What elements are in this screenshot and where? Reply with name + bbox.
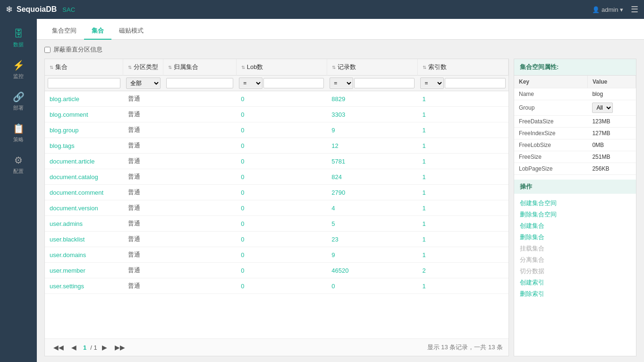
props-freedatasize-value: 123MB	[587, 116, 636, 128]
ops-link-create-cs[interactable]: 创建集合空间	[520, 198, 630, 209]
collection-link-10[interactable]: user.domains	[50, 251, 86, 259]
first-page-button[interactable]: ◀◀	[51, 343, 67, 352]
props-group-value[interactable]: All	[587, 100, 636, 116]
filter-partition-type-select[interactable]: 全部 普通 垂直 水平	[126, 78, 161, 89]
filter-lob-eq-select[interactable]: =><	[239, 78, 263, 89]
cell-lob-count-2: 0	[236, 122, 327, 138]
col-record-count[interactable]: ⇅记录数	[327, 59, 417, 76]
cell-partition-type-5: 普通	[123, 169, 163, 185]
tab-collection[interactable]: 集合	[84, 23, 111, 40]
filter-record-input[interactable]	[354, 78, 415, 88]
cell-collection-4: document.article	[45, 154, 123, 169]
col-index-count[interactable]: ⇅索引数	[417, 59, 508, 76]
next-page-button[interactable]: ▶	[99, 343, 110, 352]
collection-link-11[interactable]: user.member	[50, 267, 85, 274]
collection-link-7[interactable]: document.version	[50, 205, 98, 212]
cell-partition-type-6: 普通	[123, 185, 163, 200]
cell-index-count-2: 1	[417, 122, 508, 138]
props-lobpagesize-value: 256KB	[587, 163, 636, 175]
cell-belongs-to-1	[163, 107, 236, 122]
cell-belongs-to-9	[163, 232, 236, 247]
cell-lob-count-6: 0	[236, 185, 327, 200]
filter-index-input[interactable]	[445, 78, 505, 88]
props-freedatasize-label: FreeDataSize	[514, 116, 587, 128]
collection-link-3[interactable]: blog.tags	[50, 142, 75, 149]
props-table: Key Value Name blog Group	[514, 76, 636, 175]
sidebar-item-data-label: 数据	[13, 41, 24, 48]
ops-link-create-index[interactable]: 创建索引	[520, 277, 630, 288]
cell-record-count-12: 0	[327, 278, 417, 294]
filter-belongs-to-input[interactable]	[166, 78, 233, 88]
sidebar-item-config[interactable]: ⚙ 配置	[0, 149, 37, 181]
cell-collection-2: blog.group	[45, 122, 123, 138]
collection-link-0[interactable]: blog.article	[50, 95, 79, 103]
main-content: 集合空间 集合 磁贴模式 屏蔽垂直分区信息	[37, 19, 644, 362]
cell-belongs-to-3	[163, 138, 236, 154]
cell-lob-count-11: 0	[236, 263, 327, 278]
collection-link-2[interactable]: blog.group	[50, 127, 78, 134]
table-row: document.comment 普通 0 2790 1	[45, 185, 508, 200]
cell-collection-7: document.version	[45, 200, 123, 216]
cell-collection-3: blog.tags	[45, 138, 123, 154]
collection-link-4[interactable]: document.article	[50, 158, 94, 165]
navbar: ❄ SequoiaDB SAC 👤 admin ▾ ☰	[0, 0, 644, 19]
sidebar-item-monitor[interactable]: ⚡ 监控	[0, 54, 37, 86]
table-row: user.admins 普通 0 5 1	[45, 216, 508, 232]
col-partition-type[interactable]: ⇅分区类型	[123, 59, 163, 76]
filter-index-eq-select[interactable]: =><	[420, 78, 444, 89]
cell-partition-type-10: 普通	[123, 247, 163, 263]
ops-link-create-col[interactable]: 创建集合	[520, 220, 630, 232]
sidebar-item-policy[interactable]: 📋 策略	[0, 117, 37, 149]
ops-link-delete-index[interactable]: 删除索引	[520, 288, 630, 300]
props-value-header: Value	[587, 76, 636, 88]
cell-partition-type-11: 普通	[123, 263, 163, 278]
collection-link-12[interactable]: user.settings	[50, 283, 84, 290]
filter-lob-input[interactable]	[263, 78, 324, 88]
cell-collection-1: blog.comment	[45, 107, 123, 122]
table-row: blog.tags 普通 0 12 1	[45, 138, 508, 154]
layout: 🗄 数据 ⚡ 监控 🔗 部署 📋 策略 ⚙ 配置 集合空间 集合 磁贴模式	[0, 19, 644, 362]
props-name-value: blog	[587, 88, 636, 100]
right-panel: 集合空间属性: Key Value Name	[514, 59, 636, 356]
current-page: 1	[83, 344, 86, 351]
col-lob-count[interactable]: ⇅Lob数	[236, 59, 327, 76]
filter-collection-input[interactable]	[48, 78, 120, 88]
collections-table: ⇅集合 ⇅分区类型 ⇅归属集合 ⇅Lob数	[45, 59, 508, 294]
data-icon: 🗄	[14, 28, 23, 39]
last-page-button[interactable]: ▶▶	[112, 343, 128, 352]
props-row-freedatasize: FreeDataSize 123MB	[514, 116, 636, 128]
ops-link-delete-col[interactable]: 删除集合	[520, 232, 630, 243]
prev-page-button[interactable]: ◀	[68, 343, 79, 352]
tab-collection-space[interactable]: 集合空间	[44, 23, 84, 40]
cell-index-count-10: 1	[417, 247, 508, 263]
ops-link-split-data: 切分数据	[520, 266, 630, 277]
ops-link-delete-cs[interactable]: 删除集合空间	[520, 209, 630, 220]
cell-record-count-9: 23	[327, 232, 417, 247]
props-section-title: 集合空间属性:	[514, 59, 636, 76]
filter-record-eq-select[interactable]: =><	[330, 78, 353, 89]
props-freeindexsize-label: FreeIndexSize	[514, 128, 587, 139]
group-select[interactable]: All	[592, 103, 613, 113]
collection-link-1[interactable]: blog.comment	[50, 111, 88, 118]
collection-link-8[interactable]: user.admins	[50, 220, 83, 227]
sidebar-item-data[interactable]: 🗄 数据	[0, 23, 37, 54]
cell-record-count-10: 9	[327, 247, 417, 263]
hide-partition-checkbox[interactable]	[44, 47, 51, 53]
col-collection[interactable]: ⇅集合	[45, 59, 123, 76]
monitor-icon: ⚡	[13, 60, 25, 71]
ops-section: 操作 创建集合空间删除集合空间创建集合删除集合挂载集合分离集合切分数据创建索引删…	[514, 175, 636, 304]
sidebar-item-deploy[interactable]: 🔗 部署	[0, 86, 37, 117]
col-belongs-to[interactable]: ⇅归属集合	[163, 59, 236, 76]
tab-snapshot[interactable]: 磁贴模式	[111, 23, 151, 40]
cell-index-count-1: 1	[417, 107, 508, 122]
cell-index-count-9: 1	[417, 232, 508, 247]
pagination-buttons: ◀◀ ◀ 1 / 1 ▶ ▶▶	[51, 343, 128, 352]
collection-link-6[interactable]: document.comment	[50, 189, 103, 196]
cell-belongs-to-5	[163, 169, 236, 185]
collection-link-5[interactable]: document.catalog	[50, 173, 98, 181]
collection-link-9[interactable]: user.blacklist	[50, 236, 85, 243]
cell-lob-count-7: 0	[236, 200, 327, 216]
cell-collection-9: user.blacklist	[45, 232, 123, 247]
hamburger-icon[interactable]: ☰	[631, 4, 638, 15]
filter-index-count: =><	[417, 76, 508, 91]
